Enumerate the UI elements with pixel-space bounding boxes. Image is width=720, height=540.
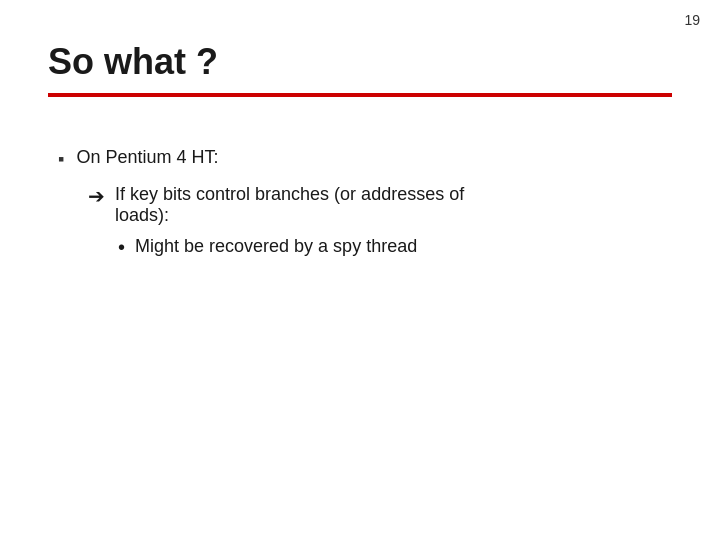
bullet-item-1: ▪ On Pentium 4 HT: xyxy=(58,147,672,170)
content-area: ▪ On Pentium 4 HT: ➔ If key bits control… xyxy=(48,147,672,259)
bullet-item-3: • Might be recovered by a spy thread xyxy=(118,236,672,259)
slide: 19 So what ? ▪ On Pentium 4 HT: ➔ If key… xyxy=(0,0,720,540)
bullet-text-2-cont: loads): xyxy=(115,205,169,225)
arrow-marker-2: ➔ xyxy=(88,184,105,208)
red-divider xyxy=(48,93,672,97)
if-text: If xyxy=(115,184,125,204)
bullet-text-2: If key bits control branches (or address… xyxy=(115,184,464,226)
bullet-item-2: ➔ If key bits control branches (or addre… xyxy=(88,184,672,226)
bullet-text-1: On Pentium 4 HT: xyxy=(76,147,218,168)
slide-title: So what ? xyxy=(48,40,672,83)
slide-number: 19 xyxy=(684,12,700,28)
bullet-marker-1: ▪ xyxy=(58,149,64,170)
bullet-text-2b: key bits control branches (or addresses … xyxy=(125,184,464,204)
dot-marker-3: • xyxy=(118,236,125,259)
bullet-text-3: Might be recovered by a spy thread xyxy=(135,236,417,257)
